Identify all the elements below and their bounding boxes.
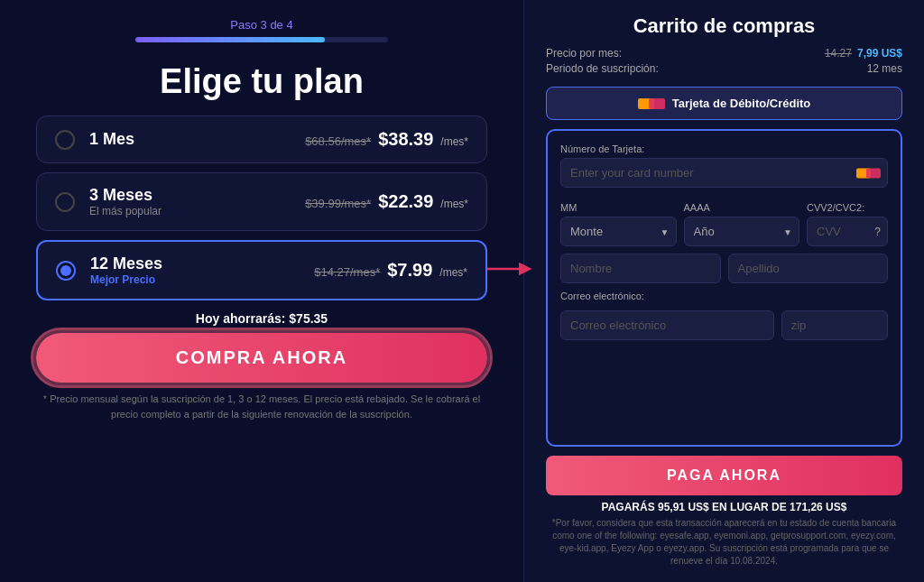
plans-container: 1 Mes $68.56/mes* $38.39 /mes* 3 Meses E… xyxy=(36,115,487,300)
card-number-group: Número de Tarjeta: xyxy=(560,143,888,195)
arrow-indicator xyxy=(487,255,532,286)
payment-method-button[interactable]: Tarjeta de Débito/Crédito xyxy=(546,87,902,120)
plan-1mes-new-price: $38.39 xyxy=(378,129,433,150)
period-label: Periodo de suscripción: xyxy=(546,62,659,75)
step-label: Paso 3 de 4 xyxy=(230,18,292,32)
card-number-wrapper xyxy=(560,158,888,188)
savings-text: Hoy ahorrarás: $75.35 xyxy=(196,311,328,326)
cvv-label: CVV2/CVC2: xyxy=(807,202,888,213)
cvv-wrapper: ? xyxy=(807,217,888,246)
plan-12meses-pricing: $14.27/mes* $7.99 /mes* xyxy=(314,260,467,281)
pay-now-button[interactable]: PAGA AHORA xyxy=(546,456,902,495)
name-group xyxy=(560,254,721,283)
month-label: MM xyxy=(560,202,677,213)
price-label: Precio por mes: xyxy=(546,47,622,60)
plan-1mes-name: 1 Mes xyxy=(89,130,305,149)
plan-3meses-new-price: $22.39 xyxy=(378,191,433,212)
lastname-group xyxy=(728,254,889,283)
price-old: 14.27 xyxy=(825,47,852,60)
year-select[interactable]: Año xyxy=(684,217,800,246)
month-select[interactable]: Monte xyxy=(560,217,677,246)
month-select-wrapper: Monte ▼ xyxy=(560,217,677,246)
plan-3meses-subtitle: El más popular xyxy=(89,205,305,217)
plan-1mes-period: /mes* xyxy=(440,135,468,148)
email-zip-row xyxy=(560,310,888,340)
plan-3meses-pricing: $39.99/mes* $22.39 /mes* xyxy=(305,191,468,212)
buy-button[interactable]: COMPRA AHORA xyxy=(36,333,487,383)
cart-title: Carrito de compras xyxy=(546,14,902,38)
plan-12meses-info: 12 Meses Mejor Precio xyxy=(90,254,314,286)
expiry-cvv-row: MM Monte ▼ AAAA Año ▼ xyxy=(560,202,888,246)
card-number-input[interactable] xyxy=(560,158,888,188)
progress-bar-fill xyxy=(135,37,325,42)
lastname-input[interactable] xyxy=(728,254,889,283)
plan-1mes-old-price: $68.56/mes* xyxy=(305,134,371,148)
year-group: AAAA Año ▼ xyxy=(684,202,800,246)
plan-12meses-old-price: $14.27/mes* xyxy=(314,265,380,279)
period-row: Periodo de suscripción: 12 mes xyxy=(546,62,902,75)
plan-3meses-old-price: $39.99/mes* xyxy=(305,197,371,210)
plan-12meses-subtitle: Mejor Precio xyxy=(90,273,314,286)
cart-summary: Precio por mes: 14.27 7,99 US$ Periodo d… xyxy=(546,47,902,78)
price-right: 14.27 7,99 US$ xyxy=(825,47,902,60)
year-select-wrapper: Año ▼ xyxy=(684,217,800,246)
plan-12meses-name: 12 Meses xyxy=(90,254,314,273)
plan-3meses-info: 3 Meses El más popular xyxy=(89,186,305,217)
plan-1mes[interactable]: 1 Mes $68.56/mes* $38.39 /mes* xyxy=(36,115,487,163)
plan-3meses-radio[interactable] xyxy=(55,192,75,212)
name-input[interactable] xyxy=(560,254,721,283)
plan-1mes-pricing: $68.56/mes* $38.39 /mes* xyxy=(305,129,468,150)
email-label: Correo electrónico: xyxy=(560,291,888,301)
cvv-group: CVV2/CVC2: ? xyxy=(807,202,888,246)
plan-1mes-info: 1 Mes xyxy=(89,130,305,149)
month-group: MM Monte ▼ xyxy=(560,202,677,246)
plan-12meses[interactable]: 12 Meses Mejor Precio $14.27/mes* $7.99 … xyxy=(36,240,487,300)
right-panel: Carrito de compras Precio por mes: 14.27… xyxy=(523,0,924,582)
period-value: 12 mes xyxy=(867,62,902,75)
payment-form: Número de Tarjeta: MM xyxy=(546,129,902,447)
plan-12meses-new-price: $7.99 xyxy=(387,260,432,281)
card-icons xyxy=(856,168,881,178)
page-title: Elige tu plan xyxy=(160,62,364,101)
plan-3meses-period: /mes* xyxy=(440,198,468,210)
disclaimer-text: * Precio mensual según la suscripción de… xyxy=(36,392,487,421)
plan-1mes-radio[interactable] xyxy=(55,130,75,150)
plan-3meses-name: 3 Meses xyxy=(89,186,305,205)
email-input[interactable] xyxy=(560,310,774,340)
progress-bar xyxy=(135,37,388,42)
mastercard-icon xyxy=(638,98,665,109)
total-amount: PAGARÁS 95,91 US$ EN LUGAR DE 171,26 US$ xyxy=(546,501,902,513)
cvv-help-icon: ? xyxy=(874,226,881,238)
email-group xyxy=(560,310,774,340)
plan-3meses[interactable]: 3 Meses El más popular $39.99/mes* $22.3… xyxy=(36,172,487,231)
zip-group xyxy=(781,310,888,340)
name-row xyxy=(560,254,888,283)
zip-input[interactable] xyxy=(781,310,888,340)
step-indicator: Paso 3 de 4 xyxy=(36,18,487,42)
email-label-group: Correo electrónico: xyxy=(560,291,888,305)
price-new: 7,99 US$ xyxy=(857,47,902,60)
year-label: AAAA xyxy=(684,202,800,213)
left-panel: Paso 3 de 4 Elige tu plan 1 Mes $68.56/m… xyxy=(0,0,523,582)
payment-method-label: Tarjeta de Débito/Crédito xyxy=(672,97,811,110)
card-number-label: Número de Tarjeta: xyxy=(560,143,888,154)
price-row: Precio por mes: 14.27 7,99 US$ xyxy=(546,47,902,60)
plan-12meses-period: /mes* xyxy=(439,266,467,279)
plan-12meses-radio[interactable] xyxy=(56,261,76,281)
footer-note: *Por favor, considera que esta transacci… xyxy=(546,517,902,568)
